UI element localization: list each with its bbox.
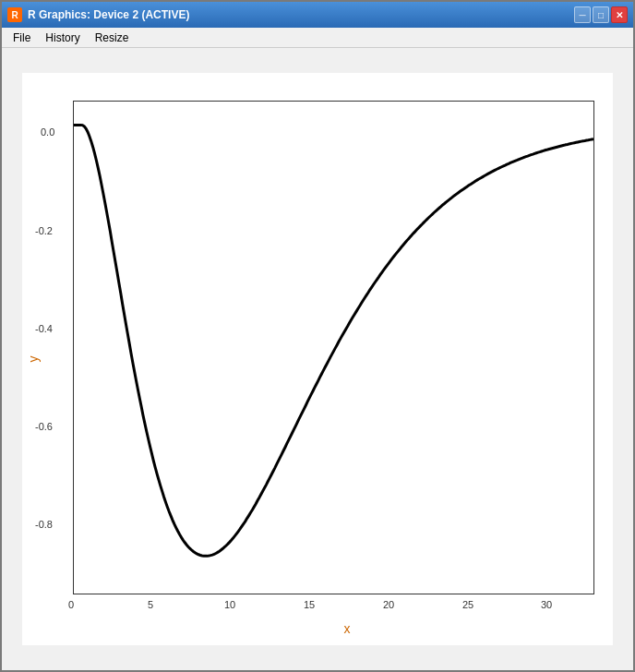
x-tick-20: 20 xyxy=(383,599,394,610)
x-tick-0: 0 xyxy=(68,599,74,610)
menu-file[interactable]: File xyxy=(6,30,38,46)
x-tick-30: 30 xyxy=(541,599,552,610)
app-icon: R xyxy=(7,7,22,22)
title-buttons: ─ □ ✕ xyxy=(574,6,628,23)
y-tick-neg0.8: -0.8 xyxy=(35,519,53,530)
window-title: R Graphics: Device 2 (ACTIVE) xyxy=(28,8,574,21)
window: R R Graphics: Device 2 (ACTIVE) ─ □ ✕ Fi… xyxy=(0,0,635,672)
minimize-button[interactable]: ─ xyxy=(574,6,591,23)
x-axis-label: x xyxy=(344,621,351,636)
menu-bar: File History Resize xyxy=(2,28,633,48)
x-tick-10: 10 xyxy=(224,599,235,610)
content-area: y x 0.0 -0.2 -0.4 -0.6 -0.8 0 5 10 xyxy=(2,48,633,670)
y-axis-label: y xyxy=(26,356,41,363)
menu-history[interactable]: History xyxy=(38,30,87,46)
title-bar: R R Graphics: Device 2 (ACTIVE) ─ □ ✕ xyxy=(2,2,633,28)
x-tick-15: 15 xyxy=(304,599,315,610)
plot-svg xyxy=(74,102,593,594)
y-tick-neg0.4: -0.4 xyxy=(35,323,53,334)
menu-resize[interactable]: Resize xyxy=(88,30,137,46)
plot-area xyxy=(73,101,594,594)
y-tick-neg0.6: -0.6 xyxy=(35,421,53,432)
y-tick-0.0: 0.0 xyxy=(41,126,54,138)
close-button[interactable]: ✕ xyxy=(611,6,628,23)
x-tick-25: 25 xyxy=(462,599,473,610)
y-tick-neg0.2: -0.2 xyxy=(35,225,53,236)
x-tick-5: 5 xyxy=(148,599,153,610)
plot-container: y x 0.0 -0.2 -0.4 -0.6 -0.8 0 5 10 xyxy=(22,73,613,645)
maximize-button[interactable]: □ xyxy=(593,6,609,23)
